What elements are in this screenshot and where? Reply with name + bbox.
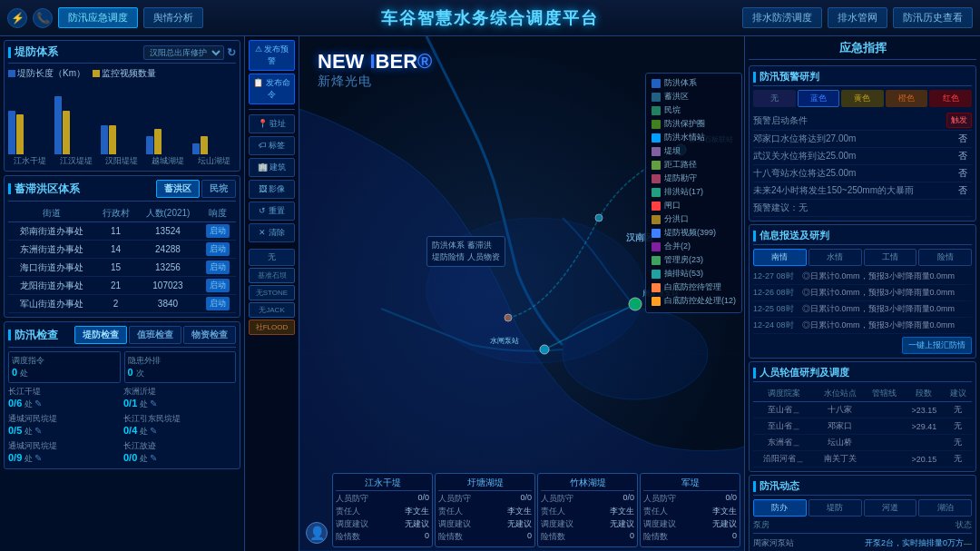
edit-icon-2[interactable]: ✎ (34, 426, 42, 436)
legend-color-14 (652, 270, 661, 279)
legend-color-1 (652, 93, 661, 102)
barrier-dropdown[interactable]: 汉阳总出库修护 (143, 45, 224, 60)
cell-action-4[interactable]: 启动 (200, 295, 236, 313)
report-tabs: 南情 水情 工情 险情 (753, 249, 972, 266)
control-reset[interactable]: ↺ 重置 (249, 202, 295, 221)
station-card-1: 圩塘湖堤 人员防守 0/0 责任人 李文生 调度建议 无建议 险情数 (435, 473, 535, 547)
control-tag[interactable]: 🏷 标签 (249, 136, 295, 155)
upload-btn[interactable]: 一键上报汇防情 (902, 337, 972, 354)
map-info-box-1: 防洪体系 蓄滞洪 堤防险情 人员物资 (426, 236, 505, 267)
tag-icon: 🏷 (259, 141, 267, 150)
nav-tab-drainage[interactable]: 排水防涝调度 (742, 7, 822, 28)
check-sub-val-1: 0/1 (123, 398, 137, 408)
cell-pop-3: 107023 (136, 277, 199, 295)
bar-yellow-4 (154, 129, 162, 154)
report-tab-0[interactable]: 南情 (753, 249, 807, 266)
nav-tab-network[interactable]: 排水管网 (828, 7, 887, 28)
refresh-icon[interactable]: ↻ (227, 46, 236, 59)
check-sub-unit-0: 处 (24, 399, 33, 408)
status-orange[interactable]: 橙色 (886, 90, 928, 107)
actions-header-1: 状态 (956, 519, 972, 531)
report-row-2: 12-25 08时 ◎日累计0.0mm，预报3小时降雨量0.0mm (753, 301, 972, 318)
personnel-title: 人员轮值研判及调度 (753, 366, 972, 382)
publish-warning-btn[interactable]: ⚠ 发布预警 (249, 40, 295, 71)
station-title-2: 竹林湖堤 (541, 477, 634, 491)
action-tab-2[interactable]: 河道 (864, 499, 917, 517)
adv-val-0: 无建议 (405, 518, 429, 530)
cell-villages-2: 15 (95, 259, 136, 277)
xlabel-2: 江汉堤堤 (54, 155, 98, 167)
nav-icon-1[interactable]: ⚡ (7, 8, 27, 28)
action-btn-4[interactable]: 启动 (206, 297, 230, 310)
resp-val-1: 李文生 (507, 506, 532, 517)
status-none[interactable]: 无 (753, 90, 796, 107)
tab-supplies-check[interactable]: 物资检查 (183, 326, 236, 344)
check-sub-val-3: 0/4 (123, 425, 137, 436)
report-tab-1[interactable]: 水情 (808, 249, 862, 266)
legend-row-3: 防洪保护圈 (652, 118, 736, 130)
status-red[interactable]: 红色 (929, 90, 972, 107)
flood-check-section: 防汛检查 堤防检查 值班检查 物资检查 调度指令 0 处 隐患外排 (4, 321, 240, 469)
staff-val-1: 0/0 (520, 493, 532, 505)
adv-val-2: 无建议 (610, 518, 634, 530)
publish-warning-label: 发布预警 (264, 44, 289, 65)
nav-tab-history[interactable]: 防汛历史查看 (893, 7, 973, 28)
rtd-station-0: 至山省＿ (753, 402, 815, 418)
report-tab-2[interactable]: 工情 (864, 249, 917, 266)
edit-icon-0[interactable]: ✎ (34, 398, 42, 408)
th-action: 响度 (200, 205, 236, 222)
action-btn-0[interactable]: 启动 (206, 224, 230, 238)
right-panel: 应急指挥 防汛预警研判 无 蓝色 黄色 橙色 红色 预警启动条件 触发 邓家口水… (744, 36, 980, 551)
cell-action-1[interactable]: 启动 (200, 241, 236, 259)
control-building[interactable]: 🏢 建筑 (249, 158, 295, 177)
status-yellow[interactable]: 黄色 (841, 90, 884, 107)
legend-yellow-dot (93, 70, 100, 77)
cond-row-1: 武汉关水位将到达25.00m 否 (753, 148, 972, 165)
tab-duty-check[interactable]: 值班检查 (129, 326, 181, 344)
check-sub-unit-5: 处 (140, 454, 148, 463)
tag-label: 标签 (269, 141, 285, 150)
control-clear[interactable]: ✕ 清除 (249, 223, 295, 242)
legend-color-10 (652, 215, 661, 224)
edit-icon-4[interactable]: ✎ (34, 453, 42, 463)
action-btn-1[interactable]: 启动 (206, 242, 230, 256)
station-row-risk-0: 险情数 0 (336, 531, 429, 543)
publish-order-label: 发布命令 (266, 78, 290, 99)
station-row-risk-1: 险情数 0 (438, 531, 532, 543)
report-tab-3[interactable]: 险情 (918, 249, 972, 266)
control-image[interactable]: 🖼 影像 (249, 180, 295, 199)
control-site[interactable]: 📍 驻址 (249, 114, 295, 133)
legend-color-16 (652, 297, 661, 306)
cond-val-1: 否 (954, 150, 972, 162)
edit-icon-3[interactable]: ✎ (150, 426, 157, 436)
publish-order-btn[interactable]: 📋 发布命令 (249, 74, 295, 104)
tab-folk-village[interactable]: 民垸 (201, 180, 236, 198)
legend-color-11 (652, 229, 661, 238)
check-item-1: 隐患外排 0 次 (124, 351, 237, 383)
risk-label-3: 险情数 (643, 531, 668, 543)
nav-tab-flood[interactable]: 防汛应急调度 (58, 7, 138, 28)
edit-icon-1[interactable]: ✎ (150, 398, 157, 408)
status-blue[interactable]: 蓝色 (798, 90, 840, 107)
nav-icon-2[interactable]: 📞 (33, 8, 53, 28)
legend-color-9 (652, 202, 661, 211)
edit-icon-5[interactable]: ✎ (150, 453, 157, 463)
cell-action-2[interactable]: 启动 (200, 259, 236, 277)
bar-blue-3 (101, 125, 108, 154)
action-tab-0[interactable]: 防办 (753, 499, 807, 517)
station-row-resp-1: 责任人 李文生 (438, 506, 532, 517)
rtd-station-1: 至山省＿ (753, 418, 815, 435)
action-tab-3[interactable]: 湖泊 (918, 499, 972, 517)
check-unit-0: 处 (20, 369, 28, 378)
cell-action-3[interactable]: 启动 (200, 277, 236, 295)
legend-color-0 (652, 79, 661, 88)
action-btn-2[interactable]: 启动 (206, 261, 230, 274)
action-btn-3[interactable]: 启动 (206, 279, 230, 292)
tab-flood-area[interactable]: 蓄洪区 (156, 180, 200, 198)
nav-tab-analysis[interactable]: 舆情分析 (143, 7, 203, 28)
station-row-staff-3: 人员防守 0/0 (643, 493, 737, 505)
cell-action-0[interactable]: 启动 (200, 222, 236, 241)
action-tab-1[interactable]: 堤防 (808, 499, 862, 517)
tab-barrier-check[interactable]: 堤防检查 (74, 326, 127, 344)
cond-row-0: 邓家口水位将达到27.00m 否 (753, 131, 972, 148)
